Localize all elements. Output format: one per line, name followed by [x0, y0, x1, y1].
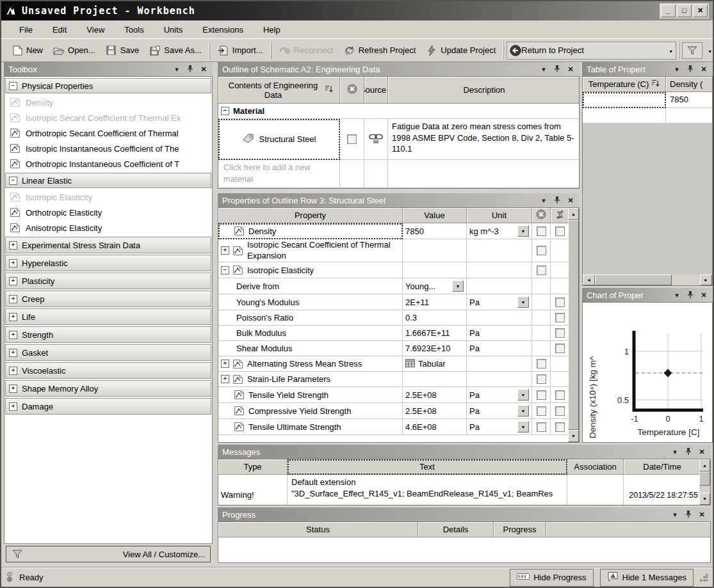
col-details[interactable]: Details [418, 522, 494, 537]
messages-header[interactable]: Messages [218, 445, 711, 459]
col-contents[interactable]: Contents of Engineering Data [218, 77, 340, 104]
value-cell[interactable]: 2.5E+08 [403, 403, 467, 419]
pin-icon[interactable] [186, 65, 195, 74]
pin-icon[interactable] [686, 290, 695, 300]
close-panel-icon[interactable] [697, 448, 706, 456]
property-cell[interactable]: Young's Modulus [218, 294, 403, 310]
suppress-checkbox[interactable] [537, 422, 546, 432]
property-cell[interactable]: Compressive Yield Strength [218, 403, 403, 419]
collapse-icon[interactable] [221, 107, 229, 115]
material-source-cell[interactable] [364, 119, 388, 160]
unit-dropdown[interactable] [517, 296, 529, 308]
update-project-button[interactable]: Update Project [421, 44, 501, 58]
expand-icon[interactable] [9, 331, 17, 339]
property-row-youngs-modulus[interactable]: Young's Modulus 2E+11 Pa [218, 294, 568, 310]
toolbox-group-gasket[interactable]: Gasket [5, 344, 211, 361]
return-to-project-button[interactable]: Return to Project [507, 42, 676, 60]
scrollbar-thumb[interactable] [568, 220, 579, 430]
pin-icon[interactable] [553, 196, 562, 205]
toolbox-group-damage[interactable]: Damage [5, 398, 211, 415]
pin-icon[interactable] [686, 65, 695, 74]
menu-help[interactable]: Help [254, 22, 291, 37]
unit-cell[interactable]: Pa [467, 419, 532, 435]
menu-units[interactable]: Units [155, 22, 194, 37]
col-density[interactable]: Density ( [666, 77, 712, 92]
toolbox-group-strength[interactable]: Strength [5, 326, 211, 343]
panel-menu-icon[interactable] [539, 196, 548, 205]
material-row[interactable]: Structural Steel Fatigue Data at zero me… [218, 119, 579, 160]
property-cell[interactable]: Tensile Yield Strength [218, 387, 403, 403]
collapse-icon[interactable] [9, 177, 17, 185]
unit-dropdown[interactable] [517, 389, 529, 401]
scroll-up-button[interactable] [568, 208, 579, 220]
property-cell[interactable]: Poisson's Ratio [218, 310, 403, 326]
suppress-checkbox[interactable] [537, 406, 546, 416]
value-cell[interactable]: Young... [403, 278, 467, 294]
toolbox-group-shape-memory[interactable]: Shape Memory Alloy [5, 380, 211, 397]
panel-menu-icon[interactable] [672, 291, 681, 299]
property-cell[interactable]: Alternating Stress Mean Stress [218, 356, 403, 372]
property-cell[interactable]: Strain-Life Parameters [218, 372, 403, 387]
collapse-icon[interactable] [9, 82, 17, 90]
save-as-button[interactable]: Save As... [144, 44, 207, 58]
unit-cell[interactable]: Pa [467, 294, 532, 310]
density-cell[interactable]: 7850 [666, 92, 712, 108]
col-source[interactable]: Source [364, 77, 388, 104]
expand-icon[interactable] [221, 246, 229, 255]
hide-progress-button[interactable]: Hide Progress [510, 569, 593, 587]
value-cell[interactable]: Tabular [403, 356, 467, 372]
menu-tools[interactable]: Tools [115, 22, 154, 37]
toolbox-item-orthotropic-secant[interactable]: Orthotropic Secant Coefficient of Therma… [4, 125, 212, 141]
value-cell[interactable]: 2E+11 [403, 294, 467, 310]
pin-icon[interactable] [684, 510, 693, 520]
material-name-cell[interactable]: Structural Steel [218, 119, 340, 160]
value-cell[interactable]: 7850 [403, 223, 467, 239]
save-button[interactable]: Save [101, 44, 145, 58]
property-row-isotropic-secant[interactable]: Isotropic Secant Coefficient of Thermal … [218, 239, 568, 262]
unit-cell[interactable]: Pa [467, 387, 532, 403]
col-temperature[interactable]: Temperature (C) [583, 77, 666, 92]
vertical-scrollbar[interactable] [568, 208, 579, 442]
sort-icon[interactable] [325, 84, 333, 95]
expand-icon[interactable] [221, 375, 229, 383]
col-progress[interactable]: Progress [494, 522, 546, 537]
value-dropdown[interactable] [452, 280, 464, 292]
refresh-project-button[interactable]: Refresh Project [339, 44, 421, 58]
close-panel-icon[interactable] [699, 291, 708, 299]
col-property[interactable]: Property [218, 208, 403, 223]
temperature-cell[interactable] [583, 92, 666, 108]
panel-menu-icon[interactable] [172, 65, 181, 74]
value-cell[interactable]: 0.3 [403, 310, 467, 326]
maximize-button[interactable]: □ [677, 4, 692, 17]
panel-menu-icon[interactable] [670, 511, 679, 519]
col-suppress[interactable] [532, 208, 551, 223]
unit-dropdown[interactable] [517, 421, 529, 433]
parameterize-checkbox[interactable] [555, 313, 565, 322]
property-cell[interactable]: Derive from [218, 278, 403, 294]
expand-icon[interactable] [9, 313, 17, 321]
density-cell[interactable] [666, 108, 712, 123]
view-all-customize-button[interactable]: View All / Customize... [6, 546, 211, 562]
close-panel-icon[interactable] [697, 511, 706, 519]
suppress-checkbox[interactable] [537, 390, 546, 400]
suppress-checkbox[interactable] [537, 246, 546, 255]
col-suppress[interactable] [340, 77, 364, 104]
menu-extensions[interactable]: Extensions [193, 22, 254, 37]
material-group-row[interactable]: Material [218, 104, 579, 119]
unit-cell[interactable]: kg m^-3 [467, 223, 532, 239]
panel-menu-icon[interactable] [539, 65, 548, 74]
scrollbar-thumb[interactable] [699, 472, 710, 486]
toolbox-group-linear-elastic[interactable]: Linear Elastic [5, 173, 211, 188]
suppress-checkbox[interactable] [537, 266, 546, 275]
value-cell[interactable]: 1.6667E+11 [403, 326, 467, 341]
toolbox-group-life[interactable]: Life [5, 308, 211, 325]
col-description[interactable]: Description [388, 77, 580, 104]
col-text[interactable]: Text [288, 459, 567, 475]
property-cell[interactable]: Tensile Ultimate Strength [218, 419, 403, 435]
property-row-tensile-ultimate[interactable]: Tensile Ultimate Strength 4.6E+08 Pa [218, 419, 568, 435]
close-panel-icon[interactable] [566, 196, 575, 205]
toolbox-header[interactable]: Toolbox [4, 62, 213, 76]
property-row-shear-modulus[interactable]: Shear Modulus 7.6923E+10 Pa [218, 341, 568, 356]
property-cell[interactable]: Isotropic Secant Coefficient of Thermal … [218, 239, 403, 262]
parameterize-checkbox[interactable] [555, 422, 565, 432]
